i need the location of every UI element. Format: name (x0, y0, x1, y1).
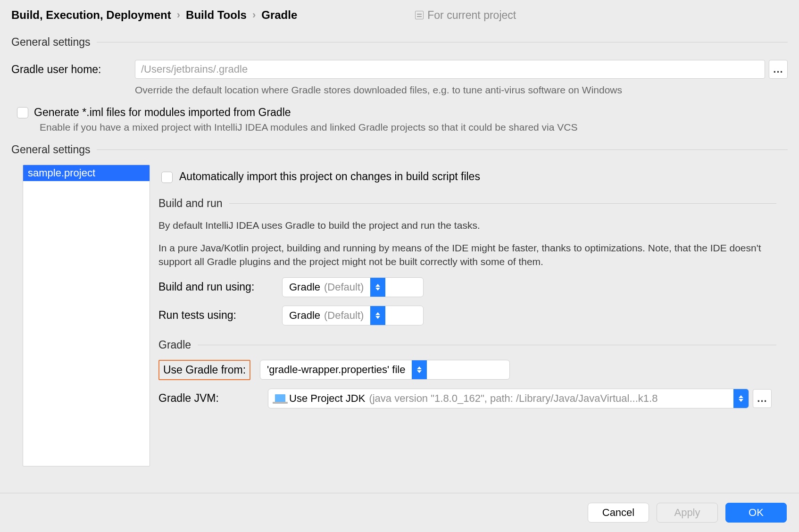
generate-iml-label: Generate *.iml files for modules importe… (34, 106, 291, 119)
scope-indicator: For current project (415, 9, 516, 22)
apply-button: Apply (657, 503, 718, 523)
breadcrumb-gradle[interactable]: Gradle (261, 8, 297, 22)
chevron-right-icon: › (251, 9, 257, 21)
cancel-button[interactable]: Cancel (588, 503, 649, 523)
subsection-gradle: Gradle (158, 339, 776, 351)
auto-import-checkbox[interactable] (161, 172, 173, 183)
use-gradle-from-select[interactable]: 'gradle-wrapper.properties' file (260, 360, 510, 380)
build-and-run-using-label: Build and run using: (158, 281, 282, 293)
subsection-build-and-run: Build and run (158, 197, 776, 210)
updown-caret-icon (412, 360, 427, 379)
build-and-run-using-select[interactable]: Gradle (Default) (282, 277, 424, 297)
build-run-description-1: By default IntelliJ IDEA uses Gradle to … (158, 218, 776, 232)
breadcrumb: Build, Execution, Deployment › Build Too… (0, 0, 799, 25)
gradle-jvm-select[interactable]: Use Project JDK (java version "1.8.0_162… (268, 389, 749, 408)
gradle-jvm-label: Gradle JVM: (158, 392, 268, 405)
generate-iml-checkbox[interactable] (17, 107, 28, 118)
project-scope-icon (415, 11, 424, 19)
ok-button[interactable]: OK (725, 503, 787, 523)
gradle-user-home-input[interactable] (135, 60, 765, 79)
generate-iml-hint: Enable if you have a mixed project with … (40, 122, 788, 133)
breadcrumb-build-execution-deployment[interactable]: Build, Execution, Deployment (11, 8, 171, 22)
updown-caret-icon (370, 278, 385, 297)
project-list-item[interactable]: sample.project (23, 165, 150, 181)
updown-caret-icon (370, 306, 385, 325)
use-gradle-from-label: Use Gradle from: (158, 360, 250, 380)
gradle-jvm-browse-button[interactable]: ... (753, 389, 772, 408)
linked-projects-list[interactable]: sample.project (23, 165, 150, 466)
gradle-user-home-browse-button[interactable]: ... (769, 60, 788, 79)
breadcrumb-build-tools[interactable]: Build Tools (186, 8, 247, 22)
jdk-folder-icon (275, 394, 285, 403)
run-tests-using-select[interactable]: Gradle (Default) (282, 306, 424, 325)
run-tests-using-label: Run tests using: (158, 309, 282, 322)
scope-label: For current project (427, 9, 516, 22)
chevron-right-icon: › (176, 9, 181, 21)
auto-import-label: Automatically import this project on cha… (179, 170, 480, 183)
updown-caret-icon (733, 389, 749, 408)
section-general-settings-2: General settings (11, 143, 788, 156)
gradle-user-home-hint: Override the default location where Grad… (135, 82, 788, 101)
build-run-description-2: In a pure Java/Kotlin project, building … (158, 241, 776, 269)
gradle-user-home-label: Gradle user home: (11, 63, 135, 76)
dialog-footer: Cancel Apply OK (0, 493, 799, 532)
section-general-settings-1: General settings (11, 36, 788, 49)
